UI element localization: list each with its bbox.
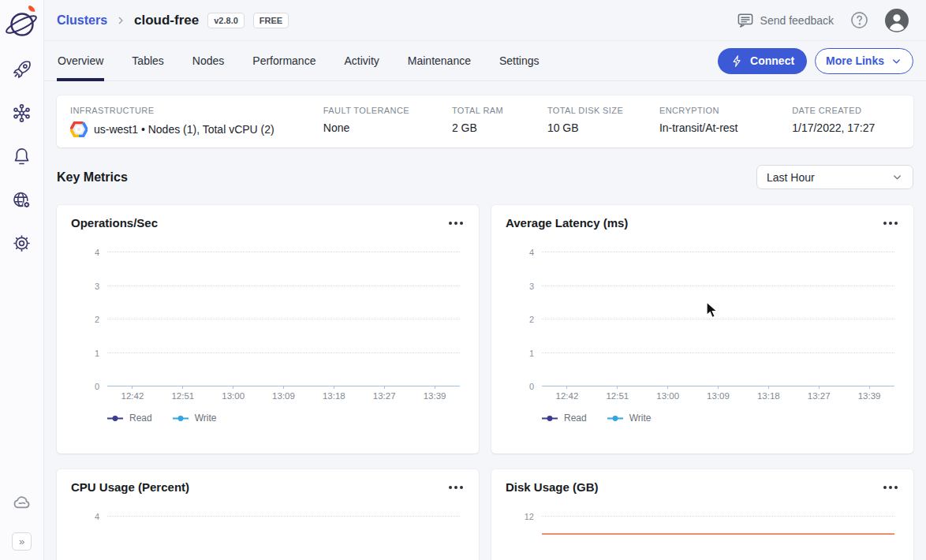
- x-label-cell: 12:51: [592, 389, 643, 401]
- connect-button[interactable]: Connect: [718, 48, 807, 74]
- feedback-bubble-icon: [737, 13, 754, 28]
- breadcrumb-clusters-link[interactable]: Clusters: [57, 13, 107, 28]
- sidebar-bottom: »: [11, 491, 33, 551]
- chart-menu-ellipsis-icon[interactable]: [882, 483, 899, 492]
- send-feedback-button[interactable]: Send feedback: [737, 13, 834, 28]
- charts-grid: Operations/Sec4321012:4212:5113:0013:091…: [57, 205, 913, 560]
- tab-settings[interactable]: Settings: [498, 41, 540, 80]
- gridline: 1: [107, 353, 460, 353]
- gridline: 2: [107, 319, 460, 319]
- info-label: DATE CREATED: [792, 106, 890, 115]
- legend-marker-icon: [607, 415, 623, 422]
- tab-performance[interactable]: Performance: [252, 41, 316, 80]
- legend-item-write[interactable]: Write: [607, 413, 652, 424]
- x-axis-tick-label: 13:00: [656, 391, 679, 401]
- chevron-down-icon: [891, 55, 902, 67]
- chart-menu-ellipsis-icon[interactable]: [447, 483, 465, 492]
- info-value-text: 10 GB: [547, 121, 579, 134]
- x-label-cell: 13:27: [793, 389, 844, 401]
- tab-overview[interactable]: Overview: [57, 41, 104, 80]
- info-col-total-disk-size: TOTAL DISK SIZE10 GB: [547, 106, 659, 137]
- cluster-network-icon[interactable]: [11, 103, 32, 124]
- user-avatar[interactable]: [885, 9, 909, 32]
- tab-activity[interactable]: Activity: [343, 41, 379, 80]
- more-links-button[interactable]: More Links: [815, 48, 913, 74]
- y-axis-tick-label: 4: [71, 512, 99, 521]
- dot: [894, 222, 898, 225]
- info-value-text: In-transit/At-rest: [659, 121, 738, 134]
- tabs: OverviewTablesNodesPerformanceActivityMa…: [57, 41, 540, 80]
- help-button[interactable]: [849, 10, 869, 30]
- legend-label: Read: [564, 413, 587, 424]
- chart-legend: ReadWrite: [107, 413, 465, 424]
- info-value-text: 2 GB: [452, 121, 477, 134]
- tab-nodes[interactable]: Nodes: [192, 41, 225, 80]
- alerts-bell-icon[interactable]: [11, 146, 32, 167]
- x-label-cell: 12:42: [107, 389, 158, 401]
- y-axis-tick-label: 3: [506, 282, 534, 291]
- key-metrics-header: Key Metrics Last Hour: [57, 165, 913, 189]
- chart-menu-ellipsis-icon[interactable]: [447, 218, 465, 228]
- tab-tables[interactable]: Tables: [131, 41, 164, 80]
- gridline: 4: [542, 252, 894, 252]
- info-col-infrastructure: INFRASTRUCTURE us-west1 • Nodes (1), Tot…: [70, 106, 323, 137]
- chart-title: CPU Usage (Percent): [71, 480, 189, 494]
- x-axis-tick-label: 13:27: [808, 391, 831, 401]
- legend-item-read[interactable]: Read: [107, 413, 152, 424]
- chart-header: Average Latency (ms): [506, 216, 899, 230]
- sidebar-expand-button[interactable]: »: [12, 532, 32, 551]
- topbar: Clusters cloud-free v2.8.0 FREE Send fee…: [44, 0, 926, 41]
- legend-label: Read: [129, 413, 152, 424]
- content: INFRASTRUCTURE us-west1 • Nodes (1), Tot…: [44, 81, 926, 560]
- x-label-cell: 13:27: [359, 389, 409, 401]
- time-range-select[interactable]: Last Hour: [756, 165, 913, 189]
- chart-menu-ellipsis-icon[interactable]: [882, 218, 899, 228]
- x-axis-tick-label: 13:09: [272, 391, 295, 401]
- globe-gear-icon[interactable]: [11, 189, 32, 211]
- dot: [449, 486, 452, 489]
- legend-label: Write: [629, 413, 652, 424]
- info-label: INFRASTRUCTURE: [70, 106, 317, 115]
- dot: [889, 486, 892, 489]
- x-axis-tick-label: 13:27: [373, 391, 396, 401]
- x-axis-tick-label: 12:42: [556, 391, 579, 401]
- chart-legend: ReadWrite: [542, 413, 899, 424]
- dot: [449, 222, 452, 225]
- legend-item-read[interactable]: Read: [542, 413, 587, 424]
- main-area: Clusters cloud-free v2.8.0 FREE Send fee…: [44, 0, 926, 560]
- info-label: TOTAL DISK SIZE: [547, 106, 653, 115]
- chart-header: CPU Usage (Percent): [71, 480, 465, 494]
- dot: [460, 222, 463, 225]
- info-value: In-transit/At-rest: [659, 121, 786, 134]
- send-feedback-label: Send feedback: [760, 14, 834, 27]
- x-label-cell: 13:00: [208, 389, 259, 401]
- gridline: 2: [542, 319, 894, 319]
- x-axis-line: 0: [542, 386, 894, 386]
- cluster-info-bar: INFRASTRUCTURE us-west1 • Nodes (1), Tot…: [57, 95, 913, 147]
- x-label-cell: 13:09: [693, 389, 744, 401]
- x-label-cell: 13:18: [743, 389, 793, 401]
- info-col-total-ram: TOTAL RAM2 GB: [452, 106, 547, 137]
- x-axis-tick-label: 13:39: [424, 391, 446, 401]
- tab-actions: Connect More Links: [718, 48, 913, 74]
- cloud-status-icon[interactable]: [11, 491, 33, 513]
- tab-maintenance[interactable]: Maintenance: [407, 41, 472, 80]
- chart-title: Operations/Sec: [71, 216, 158, 230]
- dot: [460, 486, 463, 489]
- info-value: us-west1 • Nodes (1), Total vCPU (2): [70, 121, 317, 137]
- y-axis-tick-label: 4: [71, 248, 99, 257]
- chart-card-average-latency-ms: Average Latency (ms)4321012:4212:5113:00…: [491, 205, 913, 454]
- chart-plot: 12: [542, 516, 894, 560]
- sidebar-nav: [11, 59, 32, 254]
- chart-header: Operations/Sec: [71, 216, 465, 230]
- y-axis-tick-label: 2: [71, 315, 99, 324]
- planet-logo-icon[interactable]: [5, 4, 39, 40]
- chart-plot: 43210: [542, 252, 894, 386]
- connect-label: Connect: [750, 54, 794, 67]
- rocket-icon[interactable]: [11, 59, 32, 80]
- legend-item-write[interactable]: Write: [173, 413, 217, 424]
- disk-capacity-line: [542, 533, 894, 535]
- settings-gear-icon[interactable]: [11, 233, 32, 254]
- chart-plot: 4: [107, 516, 460, 560]
- app-window: » Clusters cloud-free v2.8.0 FREE Sen: [0, 0, 926, 560]
